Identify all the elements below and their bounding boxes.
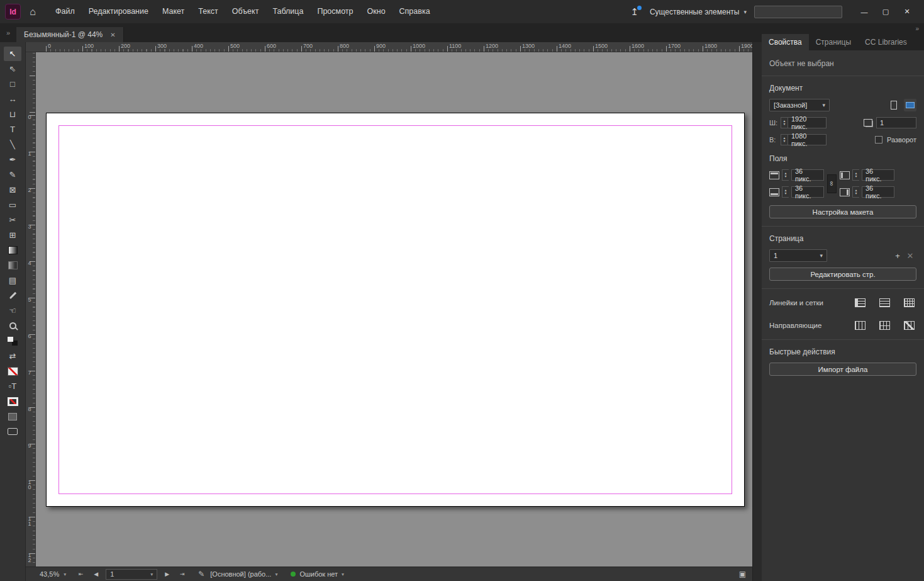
menu-item[interactable]: Текст: [191, 0, 225, 23]
fill-swatch[interactable]: [4, 364, 21, 378]
menu-item[interactable]: Окно: [360, 0, 392, 23]
menu-item[interactable]: Файл: [48, 0, 82, 23]
width-field[interactable]: 1920 пикс.: [788, 117, 827, 128]
panel-tab[interactable]: CC Libraries: [858, 34, 914, 50]
vertical-scrollbar[interactable]: [752, 42, 762, 581]
adjust-layout-button[interactable]: Настройка макета: [769, 205, 916, 218]
vertical-ruler[interactable]: 0123456789101112: [26, 52, 36, 567]
preflight-status[interactable]: Ошибок нет ▾: [291, 570, 344, 578]
rectangle-tool[interactable]: ▭: [4, 198, 21, 212]
statusbar: 43,5% ▾ ⇤ ◀ 1 ▾ ▶ ⇥ ✎ [Основной] (рабо..…: [26, 567, 752, 581]
margin-top-stepper[interactable]: ▴ ▾: [782, 169, 789, 181]
gap-tool[interactable]: ↔: [4, 92, 21, 106]
rectangle-frame-tool[interactable]: ⊠: [4, 183, 21, 197]
screen-mode-button[interactable]: [4, 424, 21, 439]
document-tab[interactable]: Безымянный-1 @ 44% ✕: [16, 27, 124, 42]
indesign-logo[interactable]: Id: [5, 4, 21, 20]
stroke-swatch[interactable]: [4, 394, 21, 409]
menu-item[interactable]: Справка: [392, 0, 437, 23]
frame-grid-icon-button[interactable]: [852, 296, 867, 309]
gradient-feather-tool[interactable]: [4, 258, 21, 273]
panel-tab[interactable]: Свойства: [762, 34, 809, 50]
default-fill-stroke-icon[interactable]: [4, 334, 21, 348]
content-collector-tool[interactable]: ⊔: [4, 107, 21, 121]
add-page-button[interactable]: +: [891, 251, 904, 261]
preflight-profile-value: [Основной] (рабо...: [210, 570, 271, 578]
last-page-button[interactable]: ⇥: [177, 571, 187, 577]
document-section-header: Документ: [769, 84, 916, 93]
panel-overflow-icon[interactable]: »: [915, 25, 919, 32]
menu-item[interactable]: Объект: [225, 0, 266, 23]
note-tool[interactable]: ▤: [4, 273, 21, 288]
preset-select[interactable]: [Заказной] ▾: [769, 99, 830, 111]
margin-bottom-field[interactable]: 36 пикс.: [791, 186, 824, 198]
zoom-value: 43,5%: [40, 570, 59, 578]
baseline-grid-icon-button[interactable]: [877, 296, 892, 309]
zoom-level-select[interactable]: 43,5% ▾: [40, 570, 66, 578]
document-grid-icon-button[interactable]: [901, 296, 916, 309]
swap-fill-stroke-icon[interactable]: ⇄: [4, 349, 21, 363]
column-guides-icon-button[interactable]: [877, 319, 892, 332]
workspace-switcher[interactable]: Существенные элементы ▾: [650, 8, 747, 16]
edit-page-button[interactable]: Редактировать стр.: [769, 268, 916, 281]
page-tool[interactable]: □: [4, 77, 21, 91]
margin-guides-icon-button[interactable]: [852, 319, 867, 332]
width-stepper[interactable]: ▴ ▾: [781, 117, 788, 128]
maximize-button[interactable]: ▢: [875, 3, 896, 21]
next-page-button[interactable]: ▶: [162, 571, 172, 577]
minimize-button[interactable]: —: [854, 3, 875, 21]
margin-right-field[interactable]: 36 пикс.: [862, 186, 894, 198]
height-field[interactable]: 1080 пикс.: [788, 134, 827, 145]
height-stepper[interactable]: ▴ ▾: [781, 134, 788, 145]
search-input[interactable]: [754, 6, 842, 18]
page-canvas[interactable]: [46, 113, 745, 507]
spread-view-icon[interactable]: ▣: [739, 570, 746, 578]
preflight-profile-select[interactable]: [Основной] (рабо... ▾: [210, 570, 277, 578]
page-select[interactable]: 1 ▾: [769, 249, 827, 262]
type-tool[interactable]: T: [4, 122, 21, 137]
margin-left-stepper[interactable]: ▴ ▾: [852, 169, 859, 181]
share-icon[interactable]: ↥: [627, 6, 642, 18]
eyedropper-tool[interactable]: [4, 288, 21, 303]
direct-selection-tool[interactable]: ⇖: [4, 62, 21, 76]
tab-close-icon[interactable]: ✕: [110, 31, 115, 38]
pasteboard[interactable]: 0123456789101112: [26, 52, 752, 567]
statusbar-page-select[interactable]: 1 ▾: [106, 569, 157, 580]
facing-pages-checkbox[interactable]: [875, 136, 882, 144]
pencil-tool[interactable]: ✎: [4, 167, 21, 182]
pen-tool[interactable]: ✒: [4, 152, 21, 167]
horizontal-ruler[interactable]: 0100200300400500600700800900100011001200…: [26, 42, 752, 52]
hand-tool[interactable]: ☜: [4, 303, 21, 318]
free-transform-tool[interactable]: ⊞: [4, 228, 21, 242]
menu-item[interactable]: Макет: [155, 0, 191, 23]
margin-top-field[interactable]: 36 пикс.: [791, 169, 824, 181]
smart-guides-icon-button[interactable]: [901, 319, 916, 332]
link-margins-button[interactable]: ∞: [827, 174, 837, 193]
preset-value: [Заказной]: [774, 101, 807, 109]
close-button[interactable]: ✕: [896, 3, 918, 21]
margin-left-field[interactable]: 36 пикс.: [862, 169, 894, 181]
line-tool[interactable]: ╲: [4, 137, 21, 152]
scissors-tool[interactable]: ✂: [4, 213, 21, 227]
zoom-tool[interactable]: [4, 319, 21, 333]
landscape-orientation-button[interactable]: [904, 99, 916, 111]
first-page-button[interactable]: ⇤: [75, 571, 86, 577]
ruler-label: 1000: [413, 43, 425, 49]
menu-item[interactable]: Редактирование: [82, 0, 155, 23]
home-icon[interactable]: ⌂: [23, 4, 42, 20]
margin-bottom-stepper[interactable]: ▴ ▾: [782, 186, 789, 198]
selection-tool[interactable]: ↖: [4, 47, 21, 61]
pages-count-field[interactable]: 1: [876, 117, 916, 128]
prev-page-button[interactable]: ◀: [91, 571, 101, 577]
margin-right-stepper[interactable]: ▴ ▾: [852, 186, 859, 198]
menu-item[interactable]: Таблица: [265, 0, 310, 23]
formatting-affects-toggle[interactable]: ▫T: [4, 379, 21, 393]
apply-color-button[interactable]: [4, 409, 21, 424]
portrait-orientation-button[interactable]: [888, 99, 900, 111]
gradient-swatch-tool[interactable]: [4, 243, 21, 257]
menu-item[interactable]: Просмотр: [310, 0, 360, 23]
panel-tab[interactable]: Страницы: [809, 34, 858, 50]
tab-overflow-icon[interactable]: »: [0, 23, 16, 42]
delete-page-button[interactable]: ✕: [904, 251, 916, 261]
import-file-button[interactable]: Импорт файла: [769, 363, 916, 376]
